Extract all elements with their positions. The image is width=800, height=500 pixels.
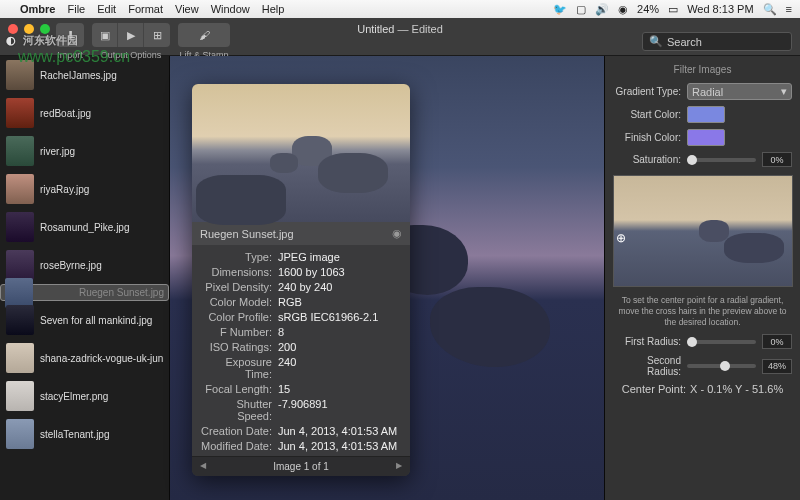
thumbnail xyxy=(6,250,34,280)
list-item-label: riyaRay.jpg xyxy=(40,184,89,195)
thumbnail xyxy=(6,98,34,128)
search-icon: 🔍 xyxy=(649,35,663,48)
image-list: RachelJames.jpgredBoat.jpgriver.jpgriyaR… xyxy=(0,56,170,500)
meta-row: Color Model:RGB xyxy=(200,296,402,308)
thumbnail xyxy=(6,212,34,242)
popover-pager[interactable]: Image 1 of 1 xyxy=(192,456,410,476)
list-item[interactable]: stellaTenant.jpg xyxy=(0,415,169,453)
list-item-label: stellaTenant.jpg xyxy=(40,429,110,440)
thumbnail xyxy=(6,136,34,166)
wifi-icon[interactable]: ◉ xyxy=(618,3,628,16)
list-item-label: Rosamund_Pike.jpg xyxy=(40,222,130,233)
inspector-header: Filter Images xyxy=(613,62,792,77)
first-radius-slider[interactable] xyxy=(687,340,756,344)
list-item-label: redBoat.jpg xyxy=(40,108,91,119)
meta-row: Focal Length:15 xyxy=(200,383,402,395)
list-item[interactable]: Rosamund_Pike.jpg xyxy=(0,208,169,246)
meta-row: Shutter Speed:-7.906891 xyxy=(200,398,402,422)
quicklook-icon[interactable]: ◉ xyxy=(392,227,402,240)
meta-row: Modified Date:Jun 4, 2013, 4:01:53 AM xyxy=(200,440,402,452)
list-item-label: shana-zadrick-vogue-uk-jun xyxy=(40,353,163,364)
inspector-panel: Filter Images Gradient Type:Radial▾ Star… xyxy=(604,56,800,500)
watermark-url: www.pc0359.cn xyxy=(18,48,130,66)
list-item[interactable]: Ruegen Sunset.jpg xyxy=(0,284,169,301)
finish-color-swatch[interactable] xyxy=(687,129,725,146)
battery-pct: 24% xyxy=(637,3,659,15)
list-item[interactable]: riyaRay.jpg xyxy=(0,170,169,208)
center-point-value: X - 0.1% Y - 51.6% xyxy=(690,383,783,395)
meta-row: Creation Date:Jun 4, 2013, 4:01:53 AM xyxy=(200,425,402,437)
notifications-icon[interactable]: ≡ xyxy=(786,3,792,15)
thumbnail xyxy=(6,381,34,411)
thumbnail xyxy=(6,343,34,373)
saturation-slider[interactable] xyxy=(687,158,756,162)
thumbnail xyxy=(6,419,34,449)
popover-filename: Ruegen Sunset.jpg xyxy=(200,228,294,240)
hint-text: To set the center point for a radial gra… xyxy=(613,295,792,328)
meta-row: Dimensions:1600 by 1063 xyxy=(200,266,402,278)
twitter-icon[interactable]: 🐦 xyxy=(553,3,567,16)
gradient-preview[interactable] xyxy=(613,175,793,287)
saturation-value: 0% xyxy=(762,152,792,167)
search-input[interactable]: 🔍Search xyxy=(642,32,792,51)
meta-row: F Number:8 xyxy=(200,326,402,338)
meta-row: Pixel Density:240 by 240 xyxy=(200,281,402,293)
chevron-down-icon: ▾ xyxy=(781,85,787,98)
output-segment[interactable]: ▣▶⊞ xyxy=(92,23,170,47)
window-title: Untitled — Edited xyxy=(357,22,443,36)
menu-help[interactable]: Help xyxy=(262,3,285,15)
meta-row: Color Profile:sRGB IEC61966-2.1 xyxy=(200,311,402,323)
info-popover: Ruegen Sunset.jpg◉ Type:JPEG imageDimens… xyxy=(192,84,410,476)
list-item[interactable]: shana-zadrick-vogue-uk-jun xyxy=(0,339,169,377)
thumbnail xyxy=(6,305,34,335)
list-item-label: river.jpg xyxy=(40,146,75,157)
clock[interactable]: Wed 8:13 PM xyxy=(687,3,753,15)
battery-icon[interactable]: ▭ xyxy=(668,3,678,16)
list-item-label: Seven for all mankind.jpg xyxy=(40,315,152,326)
thumbnail xyxy=(5,278,33,308)
list-item-label: RachelJames.jpg xyxy=(40,70,117,81)
volume-icon[interactable]: 🔊 xyxy=(595,3,609,16)
watermark-text: ◐ 河东软件园 xyxy=(6,20,78,51)
meta-row: Exposure Time:240 xyxy=(200,356,402,380)
list-item[interactable]: Seven for all mankind.jpg xyxy=(0,301,169,339)
lift-stamp-button[interactable]: 🖌 xyxy=(178,23,230,47)
spotlight-icon[interactable]: 🔍 xyxy=(763,3,777,16)
popover-image xyxy=(192,84,410,222)
airplay-icon[interactable]: ▢ xyxy=(576,3,586,16)
thumbnail xyxy=(6,174,34,204)
start-color-swatch[interactable] xyxy=(687,106,725,123)
gradient-type-select[interactable]: Radial▾ xyxy=(687,83,792,100)
list-item-label: stacyElmer.png xyxy=(40,391,108,402)
list-item-label: Ruegen Sunset.jpg xyxy=(79,287,164,298)
meta-row: ISO Ratings:200 xyxy=(200,341,402,353)
second-radius-slider[interactable] xyxy=(687,364,756,368)
list-item[interactable]: stacyElmer.png xyxy=(0,377,169,415)
list-item[interactable]: redBoat.jpg xyxy=(0,94,169,132)
app-menu[interactable]: Ombre xyxy=(20,3,55,15)
list-item[interactable]: river.jpg xyxy=(0,132,169,170)
meta-row: Type:JPEG image xyxy=(200,251,402,263)
list-item-label: roseByrne.jpg xyxy=(40,260,102,271)
